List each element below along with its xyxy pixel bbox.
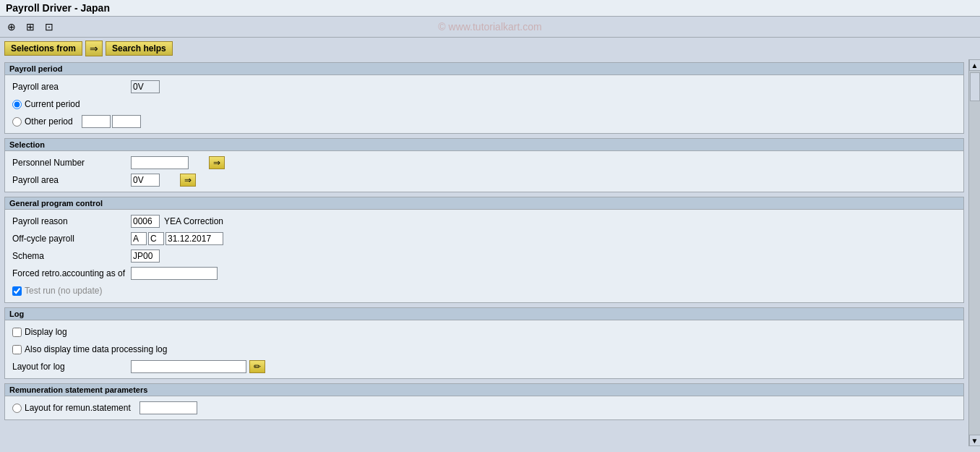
other-period-row: Other period xyxy=(12,114,956,129)
selection-header: Selection xyxy=(5,139,963,151)
selection-payroll-area-label: Payroll area xyxy=(12,175,128,185)
other-period-label: Other period xyxy=(25,116,73,127)
time-data-checkbox-label[interactable]: Also display time data processing log xyxy=(12,344,167,354)
current-period-radio[interactable] xyxy=(12,100,22,109)
test-run-row: Test run (no update) xyxy=(12,283,956,298)
toolbar: ⊕ ⊞ ⊡ © www.tutorialkart.com xyxy=(0,17,980,38)
display-log-checkbox-label[interactable]: Display log xyxy=(12,327,67,337)
payroll-period-section: Payroll period Payroll area Current peri… xyxy=(4,62,964,134)
forced-retro-label: Forced retro.accounting as of xyxy=(12,268,128,278)
payroll-reason-code-input[interactable] xyxy=(131,215,160,228)
time-data-checkbox[interactable] xyxy=(12,345,22,354)
test-run-label: Test run (no update) xyxy=(25,286,102,296)
schema-row: Schema xyxy=(12,249,956,263)
forced-retro-row: Forced retro.accounting as of xyxy=(12,266,956,281)
time-data-label: Also display time data processing log xyxy=(25,344,167,354)
layout-log-input[interactable] xyxy=(131,360,246,373)
general-program-control-header: General program control xyxy=(5,197,963,210)
payroll-reason-label: Payroll reason xyxy=(12,216,128,226)
test-run-checkbox[interactable] xyxy=(12,286,22,296)
other-period-radio-label[interactable]: Other period xyxy=(12,116,73,127)
other-period-radio[interactable] xyxy=(12,117,22,127)
remuneration-section: Remuneration statement parameters Layout… xyxy=(4,383,964,420)
forced-retro-input[interactable] xyxy=(131,267,218,280)
current-period-radio-label[interactable]: Current period xyxy=(12,99,80,109)
toolbar-icon-3[interactable]: ⊡ xyxy=(42,20,56,34)
app-title: Payroll Driver - Japan xyxy=(6,2,110,14)
test-run-checkbox-label[interactable]: Test run (no update) xyxy=(12,286,102,296)
off-cycle-val2-input[interactable] xyxy=(148,232,164,245)
remuneration-layout-radio-label[interactable]: Layout for remun.statement xyxy=(12,403,131,413)
scroll-down-button[interactable]: ▼ xyxy=(969,435,981,446)
payroll-period-body: Payroll area Current period Other period xyxy=(5,75,963,133)
button-bar: Selections from ⇒ Search helps xyxy=(0,38,980,59)
payroll-reason-text: YEA Correction xyxy=(164,216,223,226)
remuneration-layout-label: Layout for remun.statement xyxy=(25,403,131,413)
selection-payroll-area-input[interactable] xyxy=(131,174,160,187)
scroll-thumb[interactable] xyxy=(970,72,980,101)
selection-payroll-area-row: Payroll area ⇒ xyxy=(12,173,956,187)
off-cycle-payroll-label: Off-cycle payroll xyxy=(12,234,128,244)
payroll-area-label: Payroll area xyxy=(12,82,128,92)
off-cycle-date-input[interactable] xyxy=(166,232,223,245)
time-data-row: Also display time data processing log xyxy=(12,342,956,357)
layout-log-label: Layout for log xyxy=(12,362,128,372)
toolbar-icon-1[interactable]: ⊕ xyxy=(4,20,19,34)
other-period-input-1[interactable] xyxy=(82,115,111,128)
remuneration-body: Layout for remun.statement xyxy=(5,396,963,419)
personnel-number-input[interactable] xyxy=(131,156,189,169)
layout-log-row: Layout for log ✏ xyxy=(12,359,956,374)
payroll-period-header: Payroll period xyxy=(5,63,963,75)
log-body: Display log Also display time data proce… xyxy=(5,320,963,378)
pencil-icon[interactable]: ✏ xyxy=(249,360,265,373)
display-log-label: Display log xyxy=(25,327,67,337)
remuneration-layout-radio[interactable] xyxy=(12,404,22,413)
schema-label: Schema xyxy=(12,251,128,261)
schema-input[interactable] xyxy=(131,250,160,263)
watermark: © www.tutorialkart.com xyxy=(438,21,541,33)
log-header: Log xyxy=(5,308,963,320)
payroll-area-input[interactable] xyxy=(131,80,160,93)
display-log-checkbox[interactable] xyxy=(12,328,22,337)
log-section: Log Display log Also display time data p… xyxy=(4,307,964,379)
arrow-icon: ⇒ xyxy=(85,40,103,56)
off-cycle-payroll-row: Off-cycle payroll xyxy=(12,231,956,246)
personnel-number-row: Personnel Number ⇒ xyxy=(12,155,956,170)
scroll-up-button[interactable]: ▲ xyxy=(969,59,981,71)
selections-from-button[interactable]: Selections from xyxy=(4,41,82,56)
toolbar-icon-2[interactable]: ⊞ xyxy=(23,20,38,34)
current-period-row: Current period xyxy=(12,97,956,111)
remuneration-header: Remuneration statement parameters xyxy=(5,384,963,396)
payroll-area-row: Payroll area xyxy=(12,80,956,94)
off-cycle-val1-input[interactable] xyxy=(131,232,147,245)
current-period-label: Current period xyxy=(25,99,80,109)
personnel-number-match-btn[interactable]: ⇒ xyxy=(209,156,225,169)
remuneration-layout-row: Layout for remun.statement xyxy=(12,401,956,415)
general-program-control-body: Payroll reason YEA Correction Off-cycle … xyxy=(5,210,963,302)
selection-body: Personnel Number ⇒ Payroll area ⇒ xyxy=(5,151,963,192)
selection-payroll-area-match-btn[interactable]: ⇒ xyxy=(180,174,196,187)
title-bar: Payroll Driver - Japan xyxy=(0,0,980,17)
remuneration-layout-input[interactable] xyxy=(139,401,197,414)
other-period-input-2[interactable] xyxy=(112,115,141,128)
general-program-control-section: General program control Payroll reason Y… xyxy=(4,197,964,303)
payroll-reason-row: Payroll reason YEA Correction xyxy=(12,214,956,229)
personnel-number-label: Personnel Number xyxy=(12,158,128,168)
selection-section: Selection Personnel Number ⇒ Payroll are… xyxy=(4,138,964,192)
search-helps-button[interactable]: Search helps xyxy=(106,41,173,56)
scrollbar[interactable]: ▲ ▼ xyxy=(968,59,980,446)
display-log-row: Display log xyxy=(12,325,956,339)
